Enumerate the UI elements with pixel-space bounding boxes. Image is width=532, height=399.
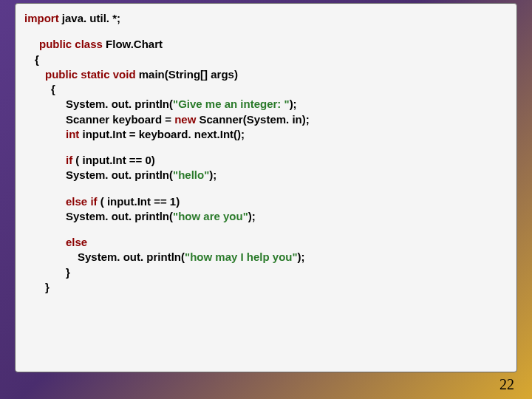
keyword-int: int <box>66 128 79 140</box>
brace: { <box>35 52 508 67</box>
sys-print: System. out. println( <box>66 98 173 110</box>
int-rest: input.Int = keyboard. next.Int(); <box>79 128 245 140</box>
line-import: import java. util. *; <box>24 11 508 26</box>
string-literal: "how may I help you" <box>185 250 298 263</box>
string-literal: "how are you" <box>173 210 248 222</box>
scanner-rest: Scanner(System. in); <box>196 113 309 126</box>
keyword-if: if <box>90 195 97 208</box>
brace: { <box>51 82 508 97</box>
keyword-public: public <box>45 68 78 81</box>
string-literal: "Give me an integer: " <box>173 98 290 110</box>
line-println: System. out. println("how may I help you… <box>78 250 508 265</box>
paren: ); <box>298 250 305 263</box>
keyword-import: import <box>24 12 59 24</box>
main-sig: main(String[] args) <box>136 68 238 81</box>
keyword-class: class <box>75 38 103 50</box>
class-name: Flow.Chart <box>103 38 163 50</box>
sys-print: System. out. println( <box>66 210 173 222</box>
sys-print: System. out. println( <box>66 168 173 181</box>
paren: ); <box>290 98 297 110</box>
paren: ); <box>248 210 256 222</box>
keyword-new: new <box>174 113 196 126</box>
if-cond: ( input.Int == 0) <box>72 154 155 166</box>
line-println: System. out. println("how are you"); <box>66 209 508 224</box>
paren: ); <box>209 168 216 181</box>
line-scanner: Scanner keyboard = new Scanner(System. i… <box>66 112 508 127</box>
line-println: System. out. println("Give me an integer… <box>66 97 508 112</box>
keyword-public: public <box>39 38 72 50</box>
keyword-if: if <box>66 154 72 166</box>
code-block: import java. util. *; public class Flow.… <box>15 3 517 372</box>
brace: } <box>66 265 508 280</box>
keyword-void: void <box>113 68 136 81</box>
line-println: System. out. println("hello"); <box>66 168 508 183</box>
line-else: else <box>66 235 508 250</box>
keyword-else: else <box>66 236 87 248</box>
page-number: 22 <box>499 376 514 393</box>
line-int: int input.Int = keyboard. next.Int(); <box>66 127 508 142</box>
line-elseif: else if ( input.Int == 1) <box>66 194 508 209</box>
line-if: if ( input.Int == 0) <box>66 153 508 168</box>
brace: } <box>45 280 508 295</box>
string-literal: "hello" <box>173 168 209 181</box>
keyword-static: static <box>81 68 109 81</box>
keyword-else: else <box>66 195 87 208</box>
import-rest: java. util. *; <box>59 12 120 24</box>
elseif-cond: ( input.Int == 1) <box>98 195 180 208</box>
sys-print: System. out. println( <box>78 250 185 263</box>
line-class: public class Flow.Chart <box>35 37 508 52</box>
scanner-decl: Scanner keyboard = <box>66 113 174 126</box>
line-main: public static void main(String[] args) <box>45 67 508 82</box>
